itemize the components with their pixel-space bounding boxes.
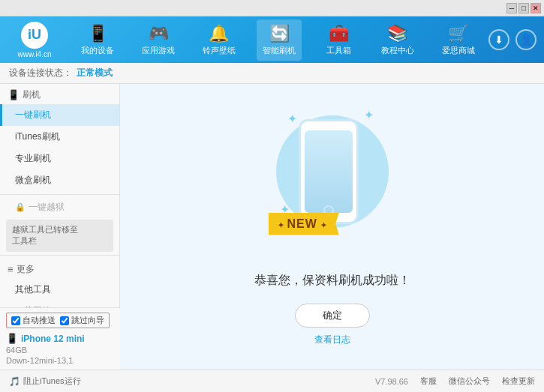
- apps-games-icon: 🎮: [149, 24, 169, 43]
- logo-url: www.i4.cn: [17, 50, 51, 58]
- success-text: 恭喜您，保资料刷机成功啦！: [254, 273, 410, 289]
- sidebar: 📱 刷机 一键刷机 iTunes刷机 专业刷机 微盒刷机 🔒 一键越狱 越狱工具…: [0, 84, 120, 370]
- sidebar-item-other-tools[interactable]: 其他工具: [0, 279, 119, 301]
- nav-tutorial[interactable]: 📚 教程中心: [375, 19, 420, 61]
- version-text: V7.98.66: [375, 377, 408, 386]
- download-button[interactable]: ⬇: [488, 29, 509, 50]
- sidebar-item-pro-flash[interactable]: 专业刷机: [0, 148, 119, 169]
- one-click-flash-label: 一键刷机: [15, 109, 51, 120]
- toolbox-label: 工具箱: [326, 45, 351, 56]
- user-button[interactable]: 👤: [515, 29, 536, 50]
- nav-smart-flash[interactable]: 🔄 智能刷机: [257, 19, 302, 61]
- title-bar: ─ □ ✕: [0, 0, 544, 16]
- sparkle-icon-2: ✦: [364, 108, 374, 122]
- apps-games-label: 应用游戏: [142, 45, 175, 56]
- ringtones-icon: 🔔: [209, 24, 229, 43]
- sidebar-divider-1: [0, 194, 119, 195]
- auto-push-label: 自动推送: [23, 315, 56, 326]
- phone-screen: [305, 130, 353, 213]
- jailbreak-notice: 越狱工具已转移至工具栏: [6, 220, 113, 252]
- nav-apps-games[interactable]: 🎮 应用游戏: [136, 19, 181, 61]
- device-name: iPhone 12 mini: [21, 334, 85, 344]
- more-section-icon: ≡: [8, 264, 14, 275]
- my-device-label: 我的设备: [81, 45, 114, 56]
- sidebar-more-title: ≡ 更多: [0, 259, 119, 279]
- tutorial-label: 教程中心: [381, 45, 414, 56]
- flash-section-label: 刷机: [23, 88, 41, 101]
- itunes-flash-label: iTunes刷机: [15, 131, 60, 142]
- skip-wizard-checkbox[interactable]: 跳过向导: [60, 315, 104, 326]
- smart-flash-label: 智能刷机: [263, 45, 296, 56]
- smart-flash-icon: 🔄: [269, 24, 290, 43]
- auto-push-checkbox[interactable]: 自动推送: [11, 315, 56, 326]
- logo-icon: iU: [28, 27, 41, 43]
- sidebar-item-itunes-flash[interactable]: iTunes刷机: [0, 126, 119, 148]
- logo[interactable]: iU www.i4.cn: [8, 22, 62, 58]
- tutorial-icon: 📚: [387, 24, 407, 43]
- sparkle-icon-1: ✦: [287, 112, 297, 126]
- sidebar-divider-2: [0, 255, 119, 256]
- toolbox-icon: 🧰: [329, 24, 349, 43]
- sidebar-item-micro-flash[interactable]: 微盒刷机: [0, 169, 119, 191]
- confirm-button[interactable]: 确定: [295, 304, 370, 328]
- close-button[interactable]: ✕: [530, 3, 541, 13]
- itunes-icon: 🎵: [9, 376, 20, 387]
- device-storage: 64GB: [6, 346, 114, 355]
- phone-body: [299, 119, 359, 224]
- status-value: 正常模式: [77, 67, 113, 79]
- ringtones-label: 铃声壁纸: [203, 45, 236, 56]
- micro-flash-label: 微盒刷机: [15, 175, 51, 185]
- minimize-button[interactable]: ─: [506, 3, 517, 13]
- skip-wizard-input[interactable]: [60, 316, 69, 325]
- new-banner: NEW: [269, 213, 339, 235]
- jailbreak-label: 一键越狱: [29, 201, 65, 214]
- check-update-link[interactable]: 检查更新: [502, 376, 535, 387]
- nav-toolbox[interactable]: 🧰 工具箱: [317, 19, 359, 61]
- logo-circle: iU: [21, 22, 48, 49]
- bottom-left: 🎵 阻止iTunes运行: [9, 376, 81, 387]
- more-section-label: 更多: [17, 263, 35, 276]
- nav-shop[interactable]: 🛒 爱思商城: [436, 19, 481, 61]
- wechat-public-link[interactable]: 微信公众号: [449, 376, 490, 387]
- sidebar-flash-title: 📱 刷机: [0, 84, 119, 104]
- auto-push-input[interactable]: [11, 316, 20, 325]
- nav-bar: iU www.i4.cn 📱 我的设备 🎮 应用游戏 🔔 铃声壁纸 🔄 智能刷机…: [0, 16, 544, 63]
- phone-illustration: ✦ ✦ ✦ NEW: [272, 108, 392, 258]
- bottom-bar: 🎵 阻止iTunes运行 V7.98.66 客服 微信公众号 检查更新: [0, 370, 544, 392]
- status-label: 设备连接状态：: [9, 67, 72, 79]
- device-version: Down-12mini-13,1: [6, 356, 114, 365]
- customer-service-link[interactable]: 客服: [420, 376, 437, 387]
- window-controls[interactable]: ─ □ ✕: [506, 3, 541, 13]
- itunes-label: 阻止iTunes运行: [23, 376, 81, 387]
- shop-icon: 🛒: [448, 24, 468, 43]
- flash-section-icon: 📱: [8, 89, 20, 100]
- nav-my-device[interactable]: 📱 我的设备: [75, 19, 120, 61]
- bottom-right: V7.98.66 客服 微信公众号 检查更新: [375, 376, 535, 387]
- jailbreak-notice-text: 越狱工具已转移至工具栏: [12, 225, 78, 245]
- lock-icon: 🔒: [15, 202, 26, 212]
- nav-right: ⬇ 👤: [488, 29, 536, 50]
- day-log-link[interactable]: 查看日志: [314, 334, 350, 346]
- maximize-button[interactable]: □: [518, 3, 529, 13]
- nav-items: 📱 我的设备 🎮 应用游戏 🔔 铃声壁纸 🔄 智能刷机 🧰 工具箱 📚 教程中心…: [68, 19, 488, 61]
- pro-flash-label: 专业刷机: [15, 153, 51, 163]
- status-bar: 设备连接状态： 正常模式: [0, 63, 544, 84]
- my-device-icon: 📱: [88, 24, 108, 43]
- content-area: ✦ ✦ ✦ NEW 恭喜您，保资料刷机成功啦！ 确定 查看日志: [120, 84, 544, 370]
- other-tools-label: 其他工具: [15, 284, 51, 295]
- sidebar-item-one-click-flash[interactable]: 一键刷机: [0, 104, 119, 126]
- nav-ringtones[interactable]: 🔔 铃声壁纸: [197, 19, 242, 61]
- skip-wizard-label: 跳过向导: [71, 315, 104, 326]
- sidebar-jailbreak-title: 🔒 一键越狱: [0, 198, 119, 217]
- shop-label: 爱思商城: [442, 45, 475, 56]
- device-icon: 📱: [6, 333, 18, 344]
- main-container: 📱 刷机 一键刷机 iTunes刷机 专业刷机 微盒刷机 🔒 一键越狱 越狱工具…: [0, 84, 544, 370]
